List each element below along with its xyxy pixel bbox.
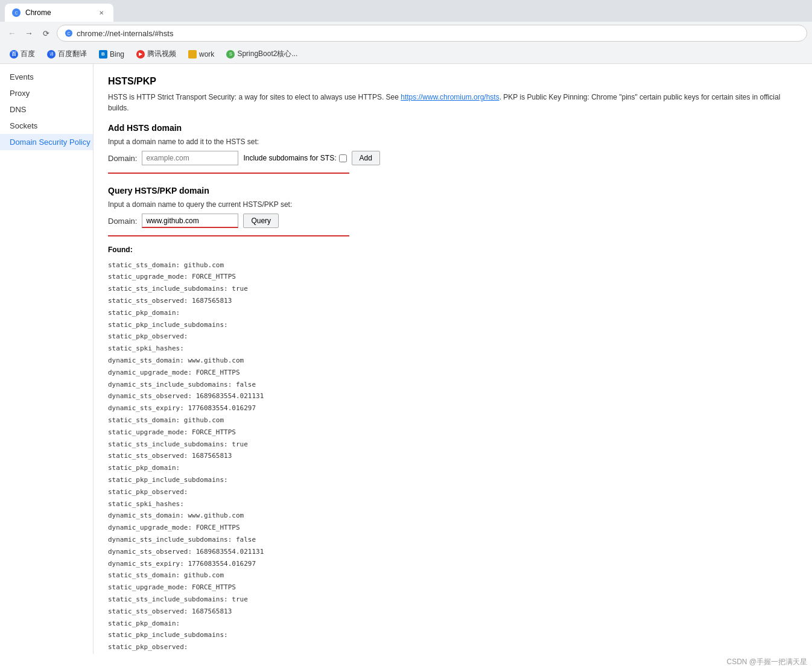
result-line: static_pkp_include_subdomains: xyxy=(108,474,798,486)
result-line: static_pkp_observed: xyxy=(108,486,798,498)
result-line: static_pkp_domain: xyxy=(108,307,798,319)
bookmark-baidu[interactable]: 百 百度 xyxy=(5,47,40,62)
query-hsts-title: Query HSTS/PKP domain xyxy=(108,186,798,195)
include-subdomains-checkbox[interactable] xyxy=(339,154,347,162)
main-layout: Events Proxy DNS Sockets Domain Security… xyxy=(0,64,812,654)
result-line: static_sts_observed: 1687565813 xyxy=(108,450,798,462)
bookmark-bing-label: Bing xyxy=(110,50,124,59)
bookmark-springboot-label: SpringBoot2核心... xyxy=(237,49,297,59)
include-subdomains-label: Include subdomains for STS: xyxy=(243,154,346,162)
hsts-link[interactable]: https://www.chromium.org/hsts xyxy=(401,93,499,101)
address-text: chrome://net-internals/#hsts xyxy=(77,29,799,38)
main-description: HSTS is HTTP Strict Transport Security: … xyxy=(108,92,798,113)
tab-favicon: C xyxy=(12,8,21,17)
forward-button[interactable]: → xyxy=(22,26,36,40)
result-line: static_pkp_domain: xyxy=(108,462,798,474)
result-line: static_pkp_include_subdomains: xyxy=(108,629,798,641)
result-line: static_pkp_include_subdomains: xyxy=(108,319,798,331)
sidebar-item-domain-security-policy[interactable]: Domain Security Policy xyxy=(0,134,93,150)
tab-bar: C Chrome ✕ xyxy=(0,0,812,22)
result-line: static_sts_domain: github.com xyxy=(108,569,798,582)
result-line: static_sts_observed: 1687565813 xyxy=(108,606,798,618)
add-button[interactable]: Add xyxy=(352,151,380,165)
result-line: dynamic_sts_domain: www.github.com xyxy=(108,355,798,367)
query-results: Found: static_sts_domain: github.comstat… xyxy=(108,244,798,654)
result-line: dynamic_sts_domain: www.github.com xyxy=(108,510,798,522)
result-line: dynamic_sts_expiry: 1776083554.016297 xyxy=(108,558,798,570)
add-domain-input[interactable] xyxy=(142,151,238,165)
bookmark-bing-icon: B xyxy=(99,50,107,59)
bookmark-fanyi-icon: 译 xyxy=(47,50,56,59)
sidebar-item-proxy[interactable]: Proxy xyxy=(0,85,93,101)
result-line: static_pkp_observed: xyxy=(108,331,798,343)
result-found-label: Found: xyxy=(108,244,798,257)
sidebar-item-dns[interactable]: DNS xyxy=(0,101,93,118)
tab-title: Chrome xyxy=(25,8,92,17)
main-title: HSTS/PKP xyxy=(108,76,798,87)
bookmark-baidu-icon: 百 xyxy=(10,50,18,59)
svg-text:C: C xyxy=(14,11,17,15)
result-line: static_spki_hashes: xyxy=(108,653,798,654)
address-bar[interactable]: C chrome://net-internals/#hsts xyxy=(57,25,807,42)
result-line: static_sts_include_subdomains: true xyxy=(108,594,798,606)
result-line: static_upgrade_mode: FORCE_HTTPS xyxy=(108,426,798,439)
sidebar-item-sockets[interactable]: Sockets xyxy=(0,118,93,134)
bookmark-fanyi[interactable]: 译 百度翻译 xyxy=(42,47,92,62)
result-line: static_sts_include_subdomains: true xyxy=(108,439,798,451)
tab-close-button[interactable]: ✕ xyxy=(97,8,106,17)
add-hsts-title: Add HSTS domain xyxy=(108,123,798,133)
query-hsts-section: Query HSTS/PKP domain Input a domain nam… xyxy=(108,186,798,654)
result-line: static_pkp_domain: xyxy=(108,618,798,630)
bookmark-baidu-label: 百度 xyxy=(21,49,35,59)
bookmark-fanyi-label: 百度翻译 xyxy=(58,49,87,59)
sidebar-item-events[interactable]: Events xyxy=(0,69,93,85)
sidebar: Events Proxy DNS Sockets Domain Security… xyxy=(0,64,94,654)
add-hsts-section: Add HSTS domain Input a domain name to a… xyxy=(108,123,798,174)
result-line: static_upgrade_mode: FORCE_HTTPS xyxy=(108,271,798,283)
reload-button[interactable]: ⟳ xyxy=(39,26,53,40)
query-domain-label: Domain: xyxy=(108,217,137,226)
bookmark-tencent-label: 腾讯视频 xyxy=(147,49,176,59)
result-line: static_upgrade_mode: FORCE_HTTPS xyxy=(108,582,798,594)
result-line: dynamic_sts_include_subdomains: false xyxy=(108,534,798,546)
bookmark-tencent[interactable]: ▶ 腾讯视频 xyxy=(132,47,181,62)
site-info-icon: C xyxy=(65,29,73,37)
result-line: dynamic_sts_observed: 1689683554.021131 xyxy=(108,390,798,402)
result-line: static_sts_include_subdomains: true xyxy=(108,283,798,295)
svg-text:C: C xyxy=(67,31,70,36)
result-line: dynamic_upgrade_mode: FORCE_HTTPS xyxy=(108,522,798,534)
result-line: static_spki_hashes: xyxy=(108,343,798,355)
content-area: HSTS/PKP HSTS is HTTP Strict Transport S… xyxy=(94,64,812,654)
result-line: dynamic_sts_observed: 1689683554.021131 xyxy=(108,546,798,558)
query-hsts-desc: Input a domain name to query the current… xyxy=(108,200,798,209)
bookmark-springboot[interactable]: S SpringBoot2核心... xyxy=(221,47,302,62)
query-button[interactable]: Query xyxy=(243,214,279,228)
query-hsts-form-row: Domain: Query xyxy=(108,214,798,228)
result-line: static_sts_domain: github.com xyxy=(108,414,798,426)
result-line: dynamic_sts_expiry: 1776083554.016297 xyxy=(108,402,798,414)
address-bar-row: ← → ⟳ C chrome://net-internals/#hsts xyxy=(0,22,812,45)
result-line: dynamic_upgrade_mode: FORCE_HTTPS xyxy=(108,367,798,379)
add-hsts-desc: Input a domain name to add it to the HST… xyxy=(108,138,798,146)
result-line: static_pkp_observed: xyxy=(108,641,798,653)
bookmark-work[interactable]: work xyxy=(183,47,219,62)
bookmark-tencent-icon: ▶ xyxy=(136,50,145,59)
bookmark-work-label: work xyxy=(199,50,214,59)
bookmarks-bar: 百 百度 译 百度翻译 B Bing ▶ 腾讯视频 work S SpringB… xyxy=(0,45,812,64)
result-line: static_spki_hashes: xyxy=(108,498,798,510)
add-section-divider xyxy=(108,173,349,174)
back-button[interactable]: ← xyxy=(5,26,19,40)
result-line: dynamic_sts_include_subdomains: false xyxy=(108,379,798,391)
bookmark-springboot-icon: S xyxy=(226,50,235,59)
query-section-divider xyxy=(108,235,349,236)
result-line: static_sts_observed: 1687565813 xyxy=(108,295,798,307)
add-domain-label: Domain: xyxy=(108,154,137,163)
add-hsts-form-row: Domain: Include subdomains for STS: Add xyxy=(108,151,798,165)
bookmark-work-icon xyxy=(188,50,197,59)
result-line: static_sts_domain: github.com xyxy=(108,259,798,271)
bookmark-bing[interactable]: B Bing xyxy=(94,47,129,62)
active-tab[interactable]: C Chrome ✕ xyxy=(5,4,113,22)
result-lines-container: static_sts_domain: github.comstatic_upgr… xyxy=(108,259,798,654)
nav-buttons: ← → ⟳ xyxy=(5,26,53,40)
query-domain-input[interactable] xyxy=(142,214,238,228)
